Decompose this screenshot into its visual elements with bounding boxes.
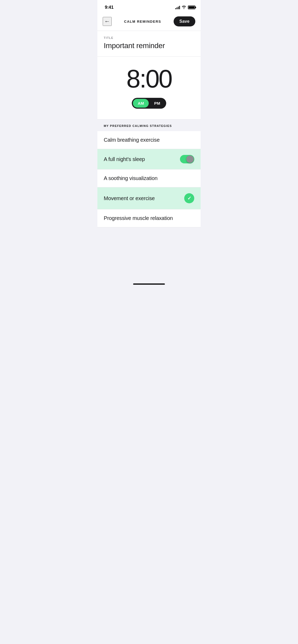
home-bar [133,283,165,285]
movement-check[interactable]: ✓ [184,193,194,203]
strategy-label-breathing: Calm breathing exercise [104,137,160,143]
strategy-label-movement: Movement or exercise [104,195,155,201]
back-button[interactable]: ← [103,17,112,26]
toggle-knob-sleep [186,155,194,163]
status-bar: 9:41 [97,0,201,13]
strategies-section-title: MY PREFERRED CALMING STRATEGIES [104,124,194,127]
strategies-section: MY PREFERRED CALMING STRATEGIES Calm bre… [97,119,201,227]
strategy-item-breathing[interactable]: Calm breathing exercise [97,131,201,149]
title-value[interactable]: Important reminder [104,42,194,50]
status-icons [175,5,195,10]
nav-header: ← CALM REMINDERS Save [97,13,201,31]
battery-icon [188,6,195,9]
strategy-label-sleep: A full night's sleep [104,156,145,162]
strategy-item-progressive[interactable]: Progressive muscle relaxation [97,209,201,227]
strategy-item-movement[interactable]: Movement or exercise ✓ [97,187,201,209]
checkmark-icon: ✓ [187,195,191,201]
pm-option[interactable]: PM [149,99,165,108]
signal-bars-icon [175,6,180,9]
wifi-icon [182,5,186,10]
home-indicator [97,280,201,287]
clock-display[interactable]: 8:00 [127,66,172,91]
status-time: 9:41 [105,5,114,10]
strategies-header: MY PREFERRED CALMING STRATEGIES [97,119,201,131]
save-button[interactable]: Save [174,16,195,26]
back-arrow-icon: ← [104,19,110,24]
bottom-area [97,227,201,280]
title-section: TITLE Important reminder [97,31,201,57]
title-label: TITLE [104,36,194,39]
am-pm-toggle[interactable]: AM PM [132,98,166,109]
clock-section: 8:00 AM PM [97,57,201,119]
strategy-item-sleep[interactable]: A full night's sleep [97,149,201,169]
page-title: CALM REMINDERS [124,20,161,24]
strategy-label-progressive: Progressive muscle relaxation [104,215,173,221]
sleep-toggle[interactable] [180,155,194,163]
strategy-label-visualization: A soothing visualization [104,175,157,181]
strategy-item-visualization[interactable]: A soothing visualization [97,169,201,187]
am-option[interactable]: AM [133,99,149,108]
